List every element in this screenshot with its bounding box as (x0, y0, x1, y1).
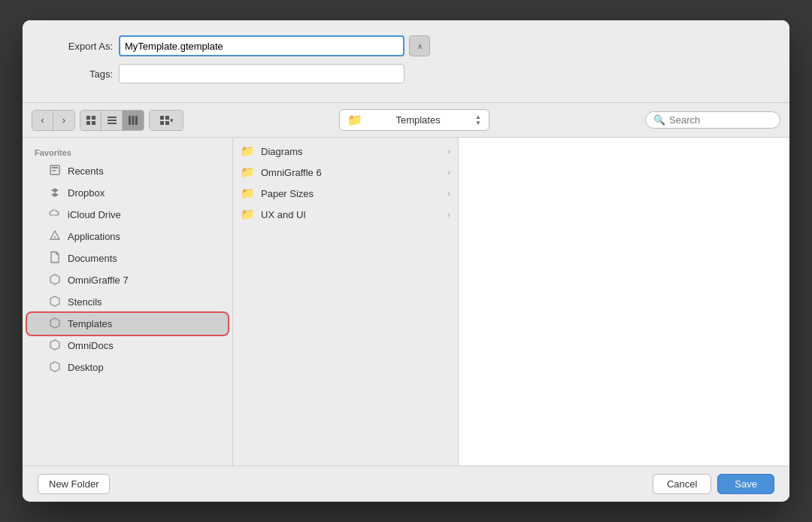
applications-icon (48, 229, 62, 244)
search-icon: 🔍 (653, 114, 665, 126)
icon-view-icon (86, 115, 96, 126)
icon-view-button[interactable] (80, 111, 102, 130)
sidebar-item-stencils-label: Stencils (68, 296, 102, 308)
svg-marker-17 (51, 188, 59, 197)
sidebar-item-dropbox-label: Dropbox (68, 187, 105, 199)
search-input[interactable] (669, 114, 759, 126)
sidebar-item-recents[interactable]: Recents (27, 160, 228, 182)
sidebar-item-omnidocs[interactable]: OmniDocs (27, 335, 228, 357)
svg-rect-0 (86, 116, 90, 120)
export-row: Export As: ∧ (45, 35, 767, 56)
omnigraffle6-arrow-icon: › (447, 168, 450, 177)
sidebar-item-templates-label: Templates (68, 318, 112, 329)
uxandui-folder-icon: 📁 (241, 208, 255, 221)
svg-rect-7 (129, 116, 131, 125)
location-arrows: ▲ ▼ (475, 114, 481, 126)
file-item-diagrams[interactable]: 📁 Diagrams › (233, 141, 458, 162)
file-item-papersizes[interactable]: 📁 Paper Sizes › (233, 183, 458, 204)
sidebar-item-icloud-label: iCloud Drive (68, 209, 121, 220)
save-button[interactable]: Save (717, 474, 774, 494)
file-item-uxandui[interactable]: 📁 UX and UI › (233, 204, 458, 225)
bottom-bar: New Folder Cancel Save (23, 466, 789, 502)
action-buttons: Cancel Save (653, 474, 774, 494)
sidebar-item-templates[interactable]: Templates (27, 313, 228, 335)
location-name: Templates (395, 114, 440, 126)
sidebar-item-documents[interactable]: Documents (27, 247, 228, 269)
back-icon: ‹ (41, 114, 44, 126)
papersizes-arrow-icon: › (447, 189, 450, 198)
form-section: Export As: ∧ Tags: (23, 20, 789, 103)
chevron-up-icon: ∧ (417, 42, 423, 50)
forward-icon: › (62, 114, 65, 126)
view-button-group (80, 110, 144, 131)
file-item-omnigraffle6[interactable]: 📁 OmniGraffle 6 › (233, 162, 458, 183)
svg-rect-8 (132, 116, 135, 125)
sidebar-item-desktop-label: Desktop (68, 362, 104, 373)
sidebar-item-desktop[interactable]: Desktop (27, 357, 228, 378)
recents-icon (48, 164, 62, 178)
sidebar: Favorites Recents Dropbox iCloud Drive (23, 138, 233, 466)
main-pane: 📁 Diagrams › 📁 OmniGraffle 6 › 📁 Paper S… (233, 138, 789, 466)
sidebar-item-recents-label: Recents (68, 165, 104, 177)
sidebar-item-icloud[interactable]: iCloud Drive (27, 204, 228, 226)
icloud-icon (48, 208, 62, 222)
documents-icon (48, 251, 62, 266)
omnigraffle7-icon (48, 273, 62, 287)
svg-rect-1 (92, 116, 95, 120)
templates-icon (48, 317, 62, 331)
sidebar-item-omnigraffle7-label: OmniGraffle 7 (68, 275, 129, 286)
sidebar-section-favorites: Favorites (23, 145, 232, 160)
svg-rect-12 (160, 121, 164, 125)
svg-point-18 (54, 236, 56, 238)
arrange-button[interactable]: ▾ (150, 111, 183, 130)
svg-rect-9 (135, 116, 138, 125)
expand-button[interactable]: ∧ (409, 35, 430, 56)
sidebar-item-applications-label: Applications (68, 231, 120, 242)
location-bar: 📁 Templates ▲ ▼ (197, 109, 632, 131)
location-folder-icon: 📁 (347, 113, 362, 127)
stencils-icon (48, 295, 62, 309)
forward-button[interactable]: › (53, 111, 74, 130)
tags-label: Tags: (45, 68, 113, 80)
export-input[interactable] (119, 35, 404, 56)
dropbox-icon (48, 186, 62, 200)
omnidocs-icon (48, 338, 62, 353)
list-view-icon (107, 115, 117, 126)
sidebar-item-applications[interactable]: Applications (27, 226, 228, 247)
svg-rect-10 (160, 116, 164, 120)
search-bar: 🔍 (645, 111, 780, 129)
location-selector[interactable]: 📁 Templates ▲ ▼ (339, 109, 489, 131)
desktop-icon (48, 360, 62, 375)
file-item-papersizes-label: Paper Sizes (261, 188, 314, 199)
svg-rect-6 (108, 123, 117, 124)
export-label: Export As: (45, 41, 113, 52)
file-item-uxandui-label: UX and UI (261, 209, 306, 220)
svg-rect-3 (92, 121, 95, 125)
svg-rect-16 (52, 170, 56, 171)
list-view-button[interactable] (102, 111, 123, 130)
svg-rect-5 (108, 120, 117, 121)
content-area: Favorites Recents Dropbox iCloud Drive (23, 138, 789, 466)
sidebar-item-documents-label: Documents (68, 253, 117, 264)
sidebar-item-omnidocs-label: OmniDocs (68, 340, 114, 351)
cancel-button[interactable]: Cancel (653, 474, 711, 494)
sidebar-item-omnigraffle7[interactable]: OmniGraffle 7 (27, 269, 228, 291)
sidebar-item-stencils[interactable]: Stencils (27, 291, 228, 313)
sidebar-item-dropbox[interactable]: Dropbox (27, 182, 228, 204)
svg-rect-15 (52, 167, 58, 168)
tags-input[interactable] (119, 64, 404, 83)
file-item-omnigraffle6-label: OmniGraffle 6 (261, 167, 322, 178)
back-button[interactable]: ‹ (32, 111, 53, 130)
new-folder-button[interactable]: New Folder (38, 474, 110, 494)
nav-button-group: ‹ › (32, 110, 75, 131)
papersizes-folder-icon: 📁 (241, 187, 255, 200)
column-view-button[interactable] (123, 111, 144, 130)
diagrams-folder-icon: 📁 (241, 144, 255, 158)
arrange-icon (159, 115, 170, 126)
svg-rect-4 (108, 117, 117, 118)
file-item-diagrams-label: Diagrams (261, 146, 303, 157)
svg-rect-2 (86, 121, 90, 125)
svg-rect-13 (165, 121, 169, 125)
column-view-icon (128, 115, 138, 126)
svg-rect-11 (165, 116, 169, 120)
